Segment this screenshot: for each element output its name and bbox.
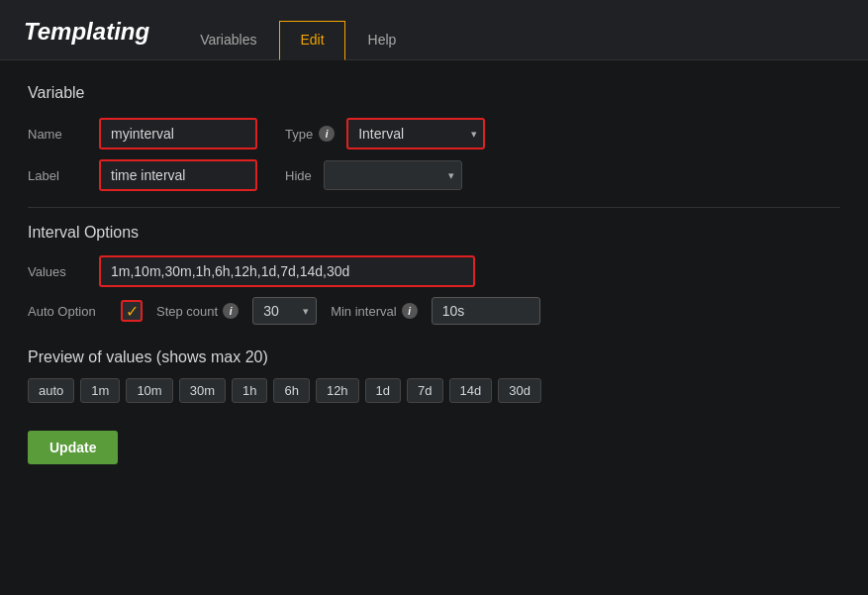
hide-select-wrapper: Label Variable ▾ <box>324 160 462 190</box>
variable-section-title: Variable <box>28 84 840 102</box>
list-item: 1h <box>232 378 267 403</box>
name-label: Name <box>28 127 87 142</box>
interval-section-title: Interval Options <box>28 224 840 242</box>
step-count-label: Step count i <box>156 303 239 319</box>
type-select[interactable]: Interval Query Custom Constant Data sour… <box>346 118 485 149</box>
tab-variables[interactable]: Variables <box>179 21 277 59</box>
header: Templating Variables Edit Help <box>0 0 868 60</box>
type-label: Type i <box>285 126 335 142</box>
list-item: 6h <box>273 378 309 403</box>
nav-tabs: Variables Edit Help <box>179 21 419 59</box>
list-item: 1m <box>80 378 120 403</box>
list-item: 14d <box>449 378 493 403</box>
auto-option-checkbox[interactable]: ✓ <box>121 300 143 322</box>
type-select-wrapper: Interval Query Custom Constant Data sour… <box>346 118 485 149</box>
app-title: Templating <box>24 18 149 59</box>
values-row: Values <box>28 255 840 287</box>
min-interval-value: 10s <box>432 297 540 325</box>
type-info-icon[interactable]: i <box>319 126 335 142</box>
section-divider <box>28 207 840 208</box>
tab-edit[interactable]: Edit <box>279 21 344 60</box>
hide-label: Hide <box>285 168 312 183</box>
list-item: 1d <box>365 378 401 403</box>
preview-title: Preview of values (shows max 20) <box>28 348 840 366</box>
list-item: 12h <box>316 378 359 403</box>
checkbox-check-icon: ✓ <box>126 302 139 321</box>
name-input[interactable] <box>99 118 257 149</box>
list-item: auto <box>28 378 74 403</box>
min-interval-info-icon[interactable]: i <box>402 303 418 319</box>
step-count-info-icon[interactable]: i <box>223 303 239 319</box>
values-input[interactable] <box>99 255 475 287</box>
preview-section: Preview of values (shows max 20) auto1m1… <box>28 348 840 403</box>
values-label: Values <box>28 264 87 279</box>
list-item: 30m <box>179 378 226 403</box>
step-count-select[interactable]: 30 10 20 50 100 <box>252 297 317 325</box>
label-row: Label Hide Label Variable ▾ <box>28 159 840 191</box>
min-interval-label: Min interval i <box>331 303 417 319</box>
list-item: 7d <box>407 378 442 403</box>
list-item: 10m <box>126 378 172 403</box>
label-input[interactable] <box>99 159 257 191</box>
step-select-wrapper: 30 10 20 50 100 ▾ <box>252 297 317 325</box>
auto-option-row: Auto Option ✓ Step count i 30 10 20 50 1… <box>28 297 840 325</box>
preview-tags: auto1m10m30m1h6h12h1d7d14d30d <box>28 378 840 403</box>
hide-select[interactable]: Label Variable <box>324 160 462 190</box>
name-row: Name Type i Interval Query Custom Consta… <box>28 118 840 149</box>
label-label: Label <box>28 168 87 183</box>
tab-help[interactable]: Help <box>347 21 418 59</box>
update-button[interactable]: Update <box>28 431 118 464</box>
list-item: 30d <box>498 378 541 403</box>
auto-option-label: Auto Option <box>28 304 107 319</box>
content: Variable Name Type i Interval Query Cust… <box>0 60 868 488</box>
